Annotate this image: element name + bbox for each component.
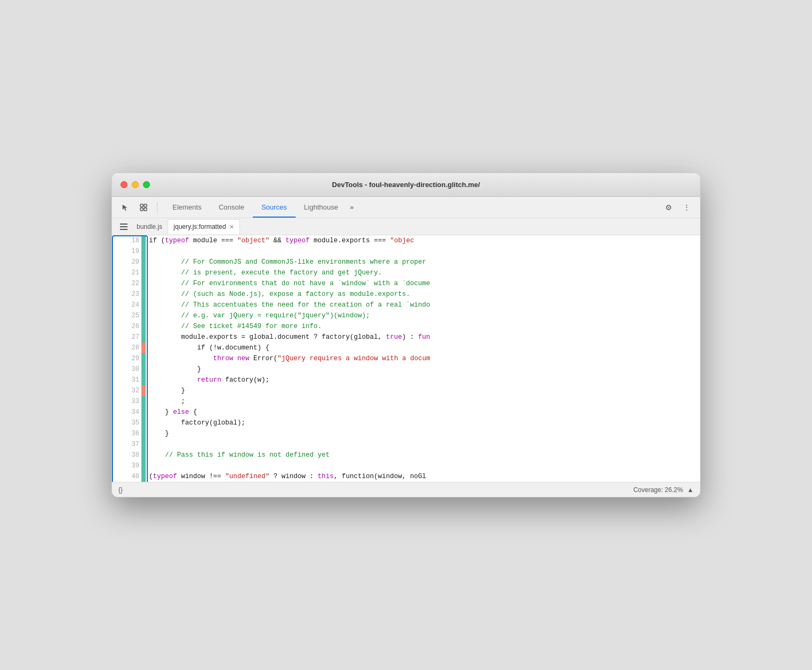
file-tabs: bundle.js jquery.js:formatted ✕: [112, 218, 700, 235]
line-number: 23: [132, 289, 139, 300]
cursor-tool-icon[interactable]: [118, 200, 132, 214]
line-number: 28: [132, 343, 139, 353]
table-row: 21 // is present, execute the factory an…: [112, 267, 700, 278]
file-tab-bundle[interactable]: bundle.js: [131, 219, 168, 234]
title-bar: DevTools - foul-heavenly-direction.glitc…: [112, 173, 700, 197]
code-editor[interactable]: 18if (typeof module === "object" && type…: [112, 235, 700, 482]
coverage-strip: [141, 364, 146, 375]
table-row: 36 }: [112, 428, 700, 439]
svg-rect-5: [120, 226, 127, 227]
code-line: }: [146, 385, 700, 396]
table-row: 37: [112, 439, 700, 450]
table-row: 18if (typeof module === "object" && type…: [112, 235, 700, 246]
line-number: 22: [132, 278, 139, 289]
line-number: 24: [132, 300, 139, 310]
tab-elements[interactable]: Elements: [164, 197, 210, 218]
table-row: 24 // This accentuates the need for the …: [112, 300, 700, 310]
line-number: 40: [132, 471, 139, 482]
coverage-info: Coverage: 26.2% ▲: [633, 486, 694, 494]
tab-more[interactable]: »: [347, 197, 357, 218]
lines-container: 18if (typeof module === "object" && type…: [112, 235, 700, 482]
code-line: module.exports = global.document ? facto…: [146, 332, 700, 343]
table-row: 22 // For environments that do not have …: [112, 278, 700, 289]
table-row: 38 // Pass this if window is not defined…: [112, 450, 700, 460]
tab-console[interactable]: Console: [210, 197, 253, 218]
toolbar: Elements Console Sources Lighthouse » ⚙ …: [112, 197, 700, 218]
line-number: 34: [132, 407, 139, 418]
line-number: 27: [132, 332, 139, 343]
table-row: 31 return factory(w);: [112, 375, 700, 385]
line-number: 26: [132, 321, 139, 332]
code-line: // This accentuates the need for the cre…: [146, 300, 700, 310]
table-row: 33 ;: [112, 396, 700, 407]
code-line: // For environments that do not have a `…: [146, 278, 700, 289]
table-row: 32 }: [112, 385, 700, 396]
table-row: 27 module.exports = global.document ? fa…: [112, 332, 700, 343]
table-row: 23 // (such as Node.js), expose a factor…: [112, 289, 700, 300]
line-number: 25: [132, 310, 139, 321]
table-row: 34 } else {: [112, 407, 700, 418]
svg-rect-0: [140, 204, 143, 207]
coverage-strip: [141, 353, 146, 364]
code-line: }: [146, 364, 700, 375]
line-number: 20: [132, 257, 139, 267]
main-content: 18if (typeof module === "object" && type…: [112, 235, 700, 482]
line-number: 37: [132, 439, 139, 450]
line-number: 36: [132, 428, 139, 439]
line-number: 21: [132, 267, 139, 278]
table-row: 30 }: [112, 364, 700, 375]
inspect-icon[interactable]: [137, 200, 151, 214]
coverage-strip: [141, 300, 146, 310]
coverage-strip: [141, 418, 146, 428]
format-toggle[interactable]: {}: [118, 486, 123, 494]
line-number: 38: [132, 450, 139, 460]
table-row: 35 factory(global);: [112, 418, 700, 428]
window-title: DevTools - foul-heavenly-direction.glitc…: [332, 181, 480, 189]
code-line: // is present, execute the factory and g…: [146, 267, 700, 278]
table-row: 40(typeof window !== "undefined" ? windo…: [112, 471, 700, 482]
svg-rect-6: [120, 229, 127, 230]
table-row: 28 if (!w.document) {: [112, 343, 700, 353]
line-number: 39: [132, 460, 139, 471]
code-line: // For CommonJS and CommonJS-like enviro…: [146, 257, 700, 267]
code-line: // See ticket #14549 for more info.: [146, 321, 700, 332]
coverage-strip: [141, 289, 146, 300]
svg-rect-2: [140, 208, 143, 211]
coverage-strip: [141, 278, 146, 289]
more-options-icon[interactable]: ⋮: [680, 200, 694, 214]
table-row: 29 throw new Error("jQuery requires a wi…: [112, 353, 700, 364]
line-number: 35: [132, 418, 139, 428]
sidebar-toggle-icon[interactable]: [116, 219, 131, 234]
code-line: return factory(w);: [146, 375, 700, 385]
maximize-button[interactable]: [143, 181, 150, 188]
file-tab-jquery[interactable]: jquery.js:formatted ✕: [168, 219, 240, 234]
table-row: 26 // See ticket #14549 for more info.: [112, 321, 700, 332]
coverage-strip: [141, 385, 146, 396]
svg-rect-1: [144, 204, 147, 207]
code-line: if (typeof module === "object" && typeof…: [146, 235, 700, 246]
coverage-strip: [141, 439, 146, 450]
tab-lighthouse[interactable]: Lighthouse: [296, 197, 347, 218]
coverage-strip: [141, 246, 146, 257]
coverage-strip: [141, 332, 146, 343]
line-number: 30: [132, 364, 139, 375]
table-row: 19: [112, 246, 700, 257]
coverage-strip: [141, 321, 146, 332]
code-line: // Pass this if window is not defined ye…: [146, 450, 700, 460]
tab-sources[interactable]: Sources: [253, 197, 296, 218]
code-line: ;: [146, 396, 700, 407]
close-button[interactable]: [121, 181, 127, 188]
coverage-strip: [141, 257, 146, 267]
toolbar-right: ⚙ ⋮: [661, 200, 694, 214]
code-line: }: [146, 428, 700, 439]
file-tab-close-icon[interactable]: ✕: [229, 224, 234, 230]
minimize-button[interactable]: [132, 181, 139, 188]
settings-icon[interactable]: ⚙: [661, 200, 675, 214]
code-line: [146, 460, 700, 471]
code-line: factory(global);: [146, 418, 700, 428]
line-number: 31: [132, 375, 139, 385]
coverage-strip: [141, 460, 146, 471]
coverage-strip: [141, 450, 146, 460]
scroll-up-icon[interactable]: ▲: [687, 486, 694, 494]
code-line: if (!w.document) {: [146, 343, 700, 353]
